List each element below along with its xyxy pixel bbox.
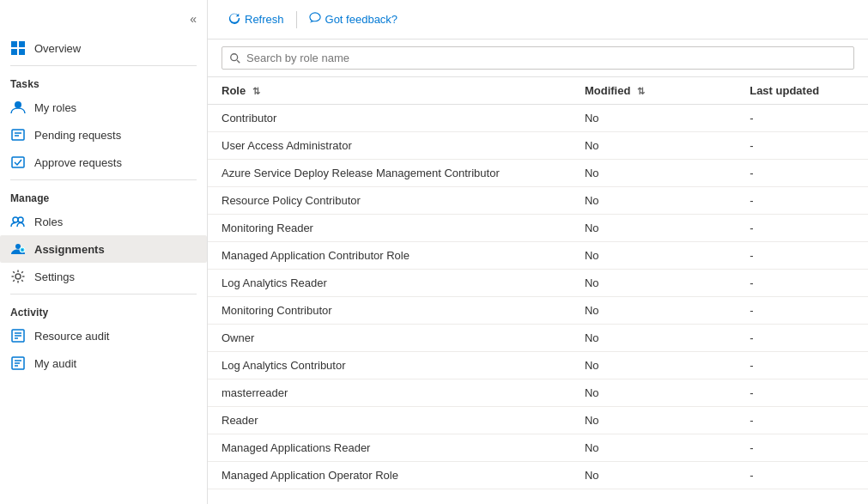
roles-table: Role ⇅ Modified ⇅ Last updated Contribut… bbox=[208, 77, 868, 489]
sidebar-myaudit-label: My audit bbox=[34, 357, 76, 370]
table-container: Role ⇅ Modified ⇅ Last updated Contribut… bbox=[208, 77, 868, 504]
feedback-label: Got feedback? bbox=[325, 13, 398, 26]
table-row[interactable]: Monitoring Contributor No - bbox=[208, 297, 868, 325]
sidebar-assignments-label: Assignments bbox=[34, 243, 105, 256]
cell-lastupdated: - bbox=[736, 242, 868, 270]
table-row[interactable]: masterreader No - bbox=[208, 380, 868, 407]
sidebar-settings-label: Settings bbox=[34, 270, 75, 283]
svg-point-15 bbox=[15, 274, 21, 279]
cell-role: Contributor bbox=[208, 105, 571, 132]
cell-modified: No bbox=[571, 132, 736, 160]
manage-section-label: Manage bbox=[0, 184, 207, 208]
sidebar-item-overview[interactable]: Overview bbox=[0, 34, 207, 62]
table-row[interactable]: Azure Service Deploy Release Management … bbox=[208, 160, 868, 187]
sidebar-item-approve[interactable]: Approve requests bbox=[0, 149, 207, 176]
cell-modified: No bbox=[571, 215, 736, 242]
toolbar-divider bbox=[296, 11, 297, 28]
table-row[interactable]: Contributor No - bbox=[208, 105, 868, 132]
svg-rect-2 bbox=[11, 49, 17, 55]
table-row[interactable]: Managed Applications Reader No - bbox=[208, 434, 868, 462]
sidebar-item-myaudit[interactable]: My audit bbox=[0, 349, 207, 377]
table-row[interactable]: Managed Application Operator Role No - bbox=[208, 462, 868, 489]
cell-modified: No bbox=[571, 380, 736, 407]
svg-point-10 bbox=[18, 217, 23, 222]
cell-role: Managed Application Contributor Role bbox=[208, 242, 571, 270]
sidebar-item-pending[interactable]: Pending requests bbox=[0, 121, 207, 149]
table-row[interactable]: Reader No - bbox=[208, 407, 868, 434]
cell-modified: No bbox=[571, 160, 736, 187]
refresh-label: Refresh bbox=[245, 13, 284, 26]
cell-lastupdated: - bbox=[736, 215, 868, 242]
col-header-lastupdated: Last updated bbox=[736, 77, 868, 105]
cell-modified: No bbox=[571, 297, 736, 325]
modified-sort-icon: ⇅ bbox=[637, 86, 645, 97]
search-input[interactable] bbox=[222, 46, 854, 70]
cell-lastupdated: - bbox=[736, 297, 868, 325]
sidebar-pending-label: Pending requests bbox=[34, 129, 121, 142]
cell-role: Resource Policy Contributor bbox=[208, 187, 571, 215]
svg-point-4 bbox=[15, 101, 21, 108]
sidebar-item-myroles[interactable]: My roles bbox=[0, 94, 207, 121]
table-header-row: Role ⇅ Modified ⇅ Last updated bbox=[208, 77, 868, 105]
svg-rect-0 bbox=[11, 41, 17, 47]
sidebar-collapse-button[interactable]: « bbox=[186, 10, 200, 27]
col-header-modified[interactable]: Modified ⇅ bbox=[571, 77, 736, 105]
sidebar-roles-label: Roles bbox=[34, 216, 63, 228]
table-row[interactable]: Log Analytics Reader No - bbox=[208, 270, 868, 297]
feedback-button[interactable]: Got feedback? bbox=[302, 9, 405, 30]
sidebar-item-assignments[interactable]: Assignments bbox=[0, 235, 207, 263]
assignments-icon bbox=[10, 241, 26, 257]
svg-point-9 bbox=[13, 217, 18, 222]
table-row[interactable]: Managed Application Contributor Role No … bbox=[208, 242, 868, 270]
search-bar bbox=[208, 39, 868, 77]
my-roles-icon bbox=[10, 100, 26, 115]
cell-modified: No bbox=[571, 242, 736, 270]
sidebar-item-roles[interactable]: Roles bbox=[0, 208, 207, 235]
table-row[interactable]: Resource Policy Contributor No - bbox=[208, 187, 868, 215]
cell-role: Azure Service Deploy Release Management … bbox=[208, 160, 571, 187]
resource-audit-icon bbox=[10, 328, 26, 343]
cell-role: Log Analytics Contributor bbox=[208, 352, 571, 380]
table-row[interactable]: User Access Administrator No - bbox=[208, 132, 868, 160]
cell-role: Monitoring Contributor bbox=[208, 297, 571, 325]
svg-rect-5 bbox=[12, 130, 24, 140]
sidebar-myroles-label: My roles bbox=[34, 101, 76, 114]
refresh-button[interactable]: Refresh bbox=[222, 9, 291, 30]
tasks-divider bbox=[10, 65, 197, 66]
sidebar-item-resourceaudit[interactable]: Resource audit bbox=[0, 322, 207, 349]
table-row[interactable]: Monitoring Reader No - bbox=[208, 215, 868, 242]
cell-modified: No bbox=[571, 352, 736, 380]
sidebar-approve-label: Approve requests bbox=[34, 156, 122, 169]
sidebar-item-settings[interactable]: Settings bbox=[0, 263, 207, 290]
approve-icon bbox=[10, 155, 26, 170]
activity-divider bbox=[10, 294, 197, 295]
tasks-section-label: Tasks bbox=[0, 70, 207, 94]
cell-role: Managed Application Operator Role bbox=[208, 462, 571, 489]
roles-icon bbox=[10, 214, 26, 229]
cell-modified: No bbox=[571, 407, 736, 434]
cell-lastupdated: - bbox=[736, 380, 868, 407]
refresh-icon bbox=[228, 12, 240, 27]
cell-role: Owner bbox=[208, 325, 571, 352]
overview-icon bbox=[10, 40, 26, 56]
cell-modified: No bbox=[571, 270, 736, 297]
cell-lastupdated: - bbox=[736, 187, 868, 215]
cell-lastupdated: - bbox=[736, 434, 868, 462]
col-header-role[interactable]: Role ⇅ bbox=[208, 77, 571, 105]
cell-modified: No bbox=[571, 325, 736, 352]
table-row[interactable]: Owner No - bbox=[208, 325, 868, 352]
cell-lastupdated: - bbox=[736, 462, 868, 489]
toolbar: Refresh Got feedback? bbox=[208, 0, 868, 39]
cell-role: masterreader bbox=[208, 380, 571, 407]
table-row[interactable]: Log Analytics Contributor No - bbox=[208, 352, 868, 380]
cell-modified: No bbox=[571, 462, 736, 489]
cell-lastupdated: - bbox=[736, 325, 868, 352]
role-sort-icon: ⇅ bbox=[252, 86, 260, 97]
cell-lastupdated: - bbox=[736, 352, 868, 380]
svg-rect-8 bbox=[12, 157, 24, 167]
main-content: Refresh Got feedback? Role ⇅ Modifie bbox=[208, 0, 868, 504]
sidebar: « Overview Tasks My roles Pending reques… bbox=[0, 0, 208, 504]
feedback-icon bbox=[309, 12, 321, 27]
svg-rect-1 bbox=[19, 41, 25, 47]
sidebar-overview-label: Overview bbox=[34, 42, 81, 55]
